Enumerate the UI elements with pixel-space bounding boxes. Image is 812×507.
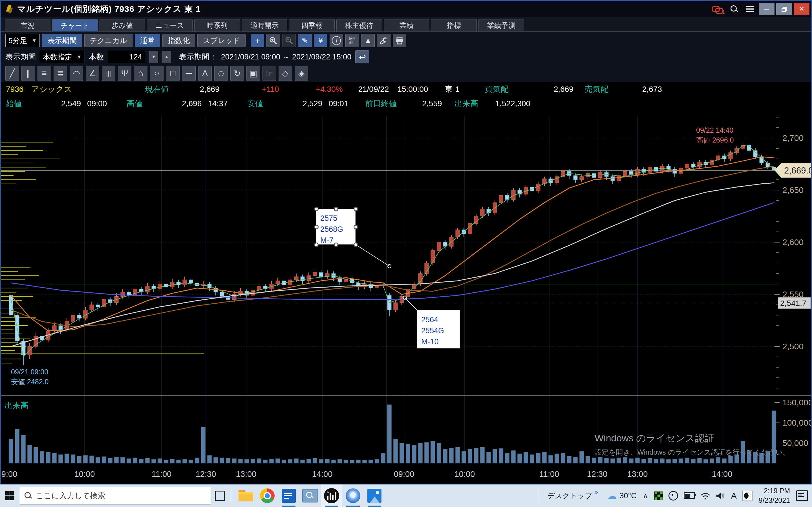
search-icon[interactable] [726, 3, 742, 15]
vertical-lines-tool-icon[interactable]: ||| [102, 66, 115, 81]
interval-select[interactable]: 5分足▼ [5, 34, 40, 47]
tab-bar: 市況チャート歩み値ニュース時系列適時開示四季報株主優待業績指標業績予測 [1, 17, 811, 32]
menu-icon[interactable] [742, 3, 758, 15]
taskbar-app-photos[interactable] [364, 485, 385, 507]
tab-株主優待[interactable]: 株主優待 [336, 19, 382, 31]
rectangle-tool-icon[interactable]: □ [166, 66, 180, 81]
task-view-button[interactable] [211, 485, 229, 507]
tab-業績[interactable]: 業績 [384, 19, 429, 31]
zoom-in-icon[interactable] [266, 34, 280, 47]
hand-tool-icon[interactable]: ☞ [262, 66, 276, 81]
tray-icon-camera[interactable] [668, 491, 678, 501]
selection-handle[interactable] [354, 225, 358, 229]
desktop-toolbar[interactable]: デスクトップ » [547, 491, 601, 501]
area-chart-icon[interactable]: ▲ [361, 34, 375, 47]
price-chart[interactable]: 2,7002,6502,6002,5502,500150,000100,0005… [1, 111, 811, 484]
selection-handle[interactable] [314, 225, 319, 229]
three-hlines-tool-icon[interactable]: ≡ [38, 66, 51, 81]
count-down-button[interactable]: ▼ [149, 51, 158, 63]
normal-button[interactable]: 通常 [135, 34, 160, 47]
zoom-out-icon[interactable] [282, 34, 296, 47]
tray-icon-gpu[interactable] [654, 492, 663, 500]
tab-指標[interactable]: 指標 [431, 19, 477, 31]
taskbar-app-chrome[interactable] [257, 485, 278, 507]
chevrons-icon[interactable]: » [594, 488, 598, 496]
action-center-icon[interactable] [796, 490, 808, 501]
wrench-icon[interactable] [377, 34, 391, 47]
hidden-icons-chevron[interactable]: ∧ [643, 492, 648, 500]
tab-四季報[interactable]: 四季報 [289, 19, 335, 31]
my-chart-icon[interactable]: MYılıl [345, 34, 359, 47]
photos-app-icon [367, 489, 382, 503]
text-tool-icon[interactable]: A [198, 66, 212, 81]
speaker-icon[interactable] [716, 492, 725, 500]
pencil-icon[interactable]: ✎ [298, 34, 312, 47]
bar-count-input[interactable]: 124 [108, 51, 145, 63]
fibonacci-arc-tool-icon[interactable]: ◠ [70, 66, 83, 81]
icon-stamp-tool-icon[interactable]: ☺ [214, 66, 228, 81]
tab-適時開示[interactable]: 適時開示 [242, 19, 287, 31]
start-button[interactable] [0, 485, 20, 507]
trendline-tool-icon[interactable]: ╱ [5, 66, 19, 81]
app-window: マルチツール(個別銘柄) 7936 アシックス 東 1 1 ─ ✕ 市況チャート… [0, 0, 812, 485]
tab-チャート[interactable]: チャート [52, 19, 98, 31]
selection-handle[interactable] [354, 207, 358, 211]
fan-lines-tool-icon[interactable]: ∠ [86, 66, 99, 81]
taskbar-app-settings-sync[interactable] [342, 485, 364, 507]
selection-handle[interactable] [354, 242, 358, 247]
printer-icon[interactable] [393, 34, 406, 47]
yen-icon[interactable]: ¥ [314, 34, 327, 47]
ma-mid-orange [11, 157, 774, 331]
taskbar-search-input[interactable]: ここに入力して検索 [20, 487, 211, 504]
segment-tool-icon[interactable]: ─ [182, 66, 196, 81]
info-icon[interactable]: i [329, 34, 343, 47]
ime-indicator-icon[interactable] [742, 491, 753, 501]
ime-mode-icon[interactable]: A [731, 491, 737, 501]
taskbar-app-trading-app[interactable] [321, 485, 342, 507]
tab-歩み値[interactable]: 歩み値 [100, 19, 145, 31]
taskbar-app-mail[interactable] [278, 485, 299, 507]
tab-業績予測[interactable]: 業績予測 [478, 19, 524, 31]
taskbar-clock[interactable]: 2:19 PM 9/23/2021 [759, 486, 790, 505]
close-button[interactable]: ✕ [794, 3, 809, 15]
count-label: 本数 [89, 52, 104, 62]
taskbar-app-file-explorer[interactable] [235, 485, 257, 507]
display-period-button[interactable]: 表示期間 [42, 34, 82, 47]
selection-handle[interactable] [334, 242, 338, 247]
battery-icon[interactable] [684, 492, 695, 499]
period-mode-select[interactable]: 本数指定▼ [40, 51, 85, 63]
count-up-button[interactable]: ▲ [162, 51, 171, 63]
selection-handle[interactable] [314, 242, 319, 247]
low-label: 安値 [247, 98, 263, 109]
selection-handle[interactable] [334, 207, 338, 211]
crosshair-icon[interactable]: ＋ [251, 34, 264, 47]
copy-tool-icon[interactable]: ▣ [246, 66, 260, 81]
four-hlines-tool-icon[interactable]: ≣ [54, 66, 67, 81]
tab-市況[interactable]: 市況 [5, 19, 50, 31]
ma-long-white [11, 183, 774, 346]
link-windows-icon[interactable]: 1 [711, 3, 726, 15]
wifi-icon[interactable] [701, 492, 710, 500]
annotation-tooltip-1[interactable]: 2575 2568G M-7 [316, 209, 356, 244]
ask-price: 2,673 [642, 85, 662, 94]
parallel-lines-tool-icon[interactable]: ∥ [21, 66, 35, 81]
eraser-tool-icon[interactable]: ◇ [278, 66, 292, 81]
selection-handle[interactable] [314, 207, 319, 211]
technical-button[interactable]: テクニカル [84, 34, 133, 47]
pentagon-tool-icon[interactable]: ⌂ [134, 66, 147, 81]
eraser-text-tool-icon[interactable]: ◈ [295, 66, 308, 81]
ellipse-tool-icon[interactable]: ○ [150, 66, 163, 81]
annotation-tooltip-2[interactable]: 2564 2554G M-10 [417, 310, 460, 348]
weather-widget[interactable]: ☁30°C [607, 490, 637, 501]
tab-時系列[interactable]: 時系列 [194, 19, 240, 31]
spread-button[interactable]: スプレッド [197, 34, 246, 47]
restore-button[interactable] [776, 3, 792, 15]
taskbar-app-magnifier-app[interactable] [299, 485, 321, 507]
open-price: 2,549 [61, 99, 81, 108]
reload-range-button[interactable]: ↩ [355, 50, 369, 63]
indexed-button[interactable]: 指数化 [162, 34, 195, 47]
tab-ニュース[interactable]: ニュース [147, 19, 193, 31]
minimize-button[interactable]: ─ [759, 3, 774, 15]
pitchfork-tool-icon[interactable]: Ψ [118, 66, 132, 81]
time-shift-tool-icon[interactable]: ↻ [231, 66, 244, 81]
